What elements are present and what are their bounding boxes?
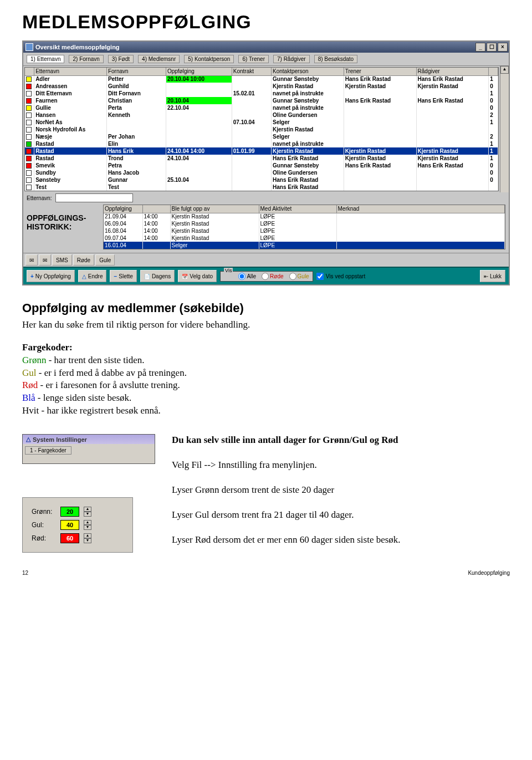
table-row[interactable]: RastadHans Erik24.10.04 14:0001.01.99Kje… xyxy=(25,147,498,155)
document-title: MEDLEMSOPPFØLGING xyxy=(22,11,510,33)
sort-tab-0[interactable]: 1) Etternavn xyxy=(27,55,64,63)
vis-legend: Vis xyxy=(224,268,233,275)
exit-icon xyxy=(484,273,488,279)
table-row[interactable]: NæsjePer JohanSelger2 xyxy=(25,133,498,140)
table-row[interactable]: AdlerPetter20.10.04 10:00Gunnar Sønsteby… xyxy=(25,75,498,83)
gronn-value[interactable]: 20 xyxy=(60,507,79,517)
app-icon xyxy=(25,43,33,51)
system-settings-window: System Instillinger 1 - Fargekoder xyxy=(22,434,155,464)
history-label: OPPFØLGINGS-HISTORIKK: xyxy=(27,205,99,231)
table-row[interactable]: Norsk Hydrofoil AsKjerstin Rastad xyxy=(25,126,498,133)
table-row[interactable]: SmevikPetraGunnar SønstebyHans Erik Rast… xyxy=(25,162,498,169)
app-window: Oversikt medlemsoppfølging _ ☐ × 1) Ette… xyxy=(22,40,510,285)
scrollbar-vertical[interactable]: ▲ xyxy=(500,66,509,192)
history-row[interactable]: 06.09.0414:00Kjerstin RastadLØPE xyxy=(104,220,505,227)
write-icon[interactable] xyxy=(25,254,38,266)
history-row[interactable]: 16.08.0414:00Kjerstin RastadLØPE xyxy=(104,227,505,234)
history-row[interactable]: 16.01.04SelgerLØPE xyxy=(104,242,505,249)
color-threshold-panel: Grønn: 20 ▲▼ Gul: 40 ▲▼ Rød: 60 ▲▼ xyxy=(22,497,133,553)
minimize-button[interactable]: _ xyxy=(475,43,485,52)
close-window-button[interactable]: Lukk xyxy=(480,270,505,282)
table-row[interactable]: GulliePerta22.10.04navnet på instrukte0 xyxy=(25,104,498,111)
settings-title: System Instillinger xyxy=(33,436,87,443)
yellow-rule: Lyser Gul dersom trent fra 21 dager til … xyxy=(172,509,510,522)
gronn-label: Grønn: xyxy=(32,508,56,516)
mail-icon[interactable] xyxy=(39,254,51,266)
footer-section: Kundeoppfølging xyxy=(468,570,510,576)
radio-alle[interactable]: Alle xyxy=(238,273,256,280)
etternavn-label: Etternavn: xyxy=(27,195,52,201)
radio-rode[interactable]: Røde xyxy=(262,273,283,280)
table-row[interactable]: SønstebyGunnar25.10.04Hans Erik Rastad0 xyxy=(25,176,498,183)
table-row[interactable]: NorNet As07.10.04Selger1 xyxy=(25,119,498,126)
green-rule: Lyser Grønn dersom trent de siste 20 dag… xyxy=(172,484,510,497)
rod-label: Rød: xyxy=(32,534,56,542)
today-button[interactable]: Dagens xyxy=(140,270,175,282)
choose-date-button[interactable]: Velg dato xyxy=(178,270,217,282)
members-table[interactable]: EtternavnFornavnOppfølgingKontraktKontak… xyxy=(25,68,498,191)
history-row[interactable]: 09.07.0414:00Kjerstin RastadLØPE xyxy=(104,234,505,242)
gul-spinner[interactable]: ▲▼ xyxy=(84,520,91,530)
settings-icon xyxy=(26,436,30,443)
sms-toolbar: SMS Røde Gule xyxy=(23,253,509,267)
page-number: 12 xyxy=(22,570,28,576)
filter-group: Vis Alle Røde Gule xyxy=(220,271,313,282)
rod-spinner[interactable]: ▲▼ xyxy=(84,533,91,543)
restore-button[interactable]: ☐ xyxy=(487,43,497,52)
close-button[interactable]: × xyxy=(498,43,508,52)
settings-tab-fargekoder[interactable]: 1 - Fargekoder xyxy=(25,446,71,455)
sort-tab-1[interactable]: 2) Fornavn xyxy=(69,55,103,63)
plus-icon xyxy=(30,273,34,279)
sms-button[interactable]: SMS xyxy=(52,254,72,266)
history-table: OppfølgingBle fulgt opp avMed AktivitetM… xyxy=(104,205,505,249)
explanation-column: Du kan selv stille inn antall dager for … xyxy=(172,434,510,559)
main-toolbar: Ny Oppfølging Endre Slette Dagens Velg d… xyxy=(23,267,509,284)
history-row[interactable]: 21.09.0414:00Kjerstin RastadLØPE xyxy=(104,213,505,220)
settings-help-path: Velg Fil --> Innstilling fra menylinjen. xyxy=(172,459,510,472)
rod-value[interactable]: 60 xyxy=(60,533,79,543)
sort-tab-4[interactable]: 5) Kontaktperson xyxy=(184,55,234,63)
settings-help-heading: Du kan selv stille inn antall dager for … xyxy=(172,435,398,445)
sort-tab-6[interactable]: 7) Rådgiver xyxy=(273,55,310,63)
sort-tab-bar: 1) Etternavn2) Fornavn3) Født4) Medlemsn… xyxy=(23,53,509,66)
etternavn-input[interactable] xyxy=(55,193,133,202)
color-codes-block: Fargekoder: Grønn - har trent den siste … xyxy=(22,341,510,418)
calendar-icon xyxy=(182,273,188,279)
rode-button[interactable]: Røde xyxy=(73,254,94,266)
sort-tab-3[interactable]: 4) Medlemsnr xyxy=(138,55,180,63)
section-heading: Oppfølging av medlemmer (søkebilde) xyxy=(22,300,510,317)
envelope-icon xyxy=(43,257,47,263)
sort-tab-5[interactable]: 6) Trener xyxy=(238,55,269,63)
edit-button[interactable]: Endre xyxy=(78,270,107,282)
minus-icon xyxy=(114,273,117,279)
pencil-icon xyxy=(29,257,34,263)
gule-button[interactable]: Gule xyxy=(95,254,115,266)
table-row[interactable]: AndreassenGunhildKjerstin RastadKjerstin… xyxy=(25,83,498,90)
new-followup-button[interactable]: Ny Oppfølging xyxy=(27,270,75,282)
window-titlebar: Oversikt medlemsoppfølging _ ☐ × xyxy=(23,42,509,53)
sort-tab-7[interactable]: 8) Besøksdato xyxy=(314,55,357,63)
table-row[interactable]: SundbyHans JacobOline Gundersen0 xyxy=(25,169,498,176)
table-row[interactable]: RastadTrond24.10.04Hans Erik RastadKjers… xyxy=(25,155,498,162)
radio-gule[interactable]: Gule xyxy=(289,273,309,280)
settings-column: System Instillinger 1 - Fargekoder Grønn… xyxy=(22,434,155,559)
gul-label: Gul: xyxy=(32,521,56,529)
delete-button[interactable]: Slette xyxy=(110,270,136,282)
body-paragraph: Her kan du søke frem til riktig person f… xyxy=(22,319,510,331)
triangle-icon xyxy=(82,273,86,279)
stack-icon xyxy=(144,273,150,279)
red-rule: Lyser Rød dersom det er mer enn 60 dager… xyxy=(172,534,510,547)
table-row[interactable]: TestTestHans Erik Rastad xyxy=(25,183,498,191)
table-row[interactable]: FaurnenChristian20.10.04Gunnar SønstebyH… xyxy=(25,97,498,104)
gul-value[interactable]: 40 xyxy=(60,520,79,530)
table-row[interactable]: HansenKennethOline Gundersen2 xyxy=(25,111,498,119)
gronn-spinner[interactable]: ▲▼ xyxy=(84,507,91,517)
sort-tab-2[interactable]: 3) Født xyxy=(108,55,134,63)
show-on-startup-checkbox[interactable]: Vis ved oppstart xyxy=(316,273,366,280)
table-row[interactable]: Ditt EtternavnDitt Fornavn15.02.01navnet… xyxy=(25,90,498,97)
table-row[interactable]: RastadElinnavnet på instrukte1 xyxy=(25,140,498,147)
window-title: Oversikt medlemsoppfølging xyxy=(35,44,474,50)
